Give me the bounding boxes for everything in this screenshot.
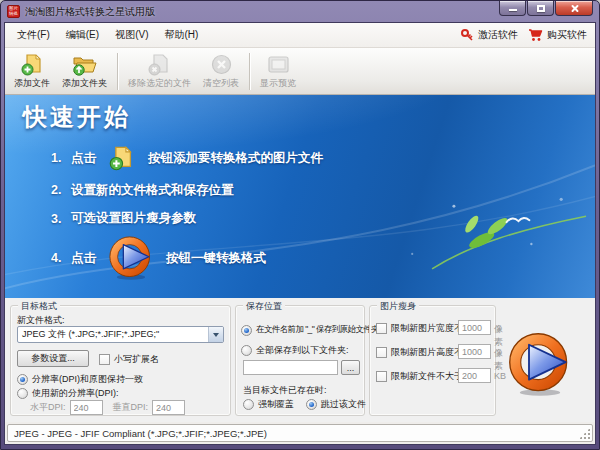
step-text: 按钮添加要转换格式的图片文件: [148, 150, 323, 167]
convert-icon: [108, 235, 154, 281]
convert-button[interactable]: [507, 331, 573, 397]
target-format-group: 目标格式 新文件格式: JPEG 文件 (*.JPG;*.JFIF;*.JPEG…: [10, 305, 231, 416]
browse-folder-button[interactable]: ...: [341, 360, 360, 375]
step-text: 设置新的文件格式和保存位置: [71, 182, 234, 199]
step-text: 点击: [71, 150, 96, 167]
params-button[interactable]: 参数设置...: [17, 350, 89, 367]
quickstart-step-3: 3. 可选设置图片瘦身参数: [51, 205, 595, 232]
show-preview-button[interactable]: 显示预览: [254, 50, 302, 93]
lowercase-ext-label[interactable]: 小写扩展名: [114, 353, 159, 366]
quickstart-step-2: 2. 设置新的文件格式和保存位置: [51, 175, 595, 205]
dpi-keep-radio[interactable]: [17, 374, 28, 385]
close-icon: [570, 4, 579, 13]
quickstart-title: 快速开始: [23, 101, 595, 133]
target-format-title: 目标格式: [18, 300, 60, 313]
step-text: 按钮一键转换格式: [166, 250, 266, 267]
quickstart-area: 快速开始 1. 点击 按钮添加要转换格式的图片文件 2.: [5, 95, 595, 298]
folder-path-input: [243, 360, 338, 375]
step-number: 2.: [51, 183, 71, 197]
window-controls: [498, 1, 593, 16]
cart-icon: [528, 29, 543, 42]
add-file-icon: [20, 52, 45, 77]
add-folder-label: 添加文件夹: [62, 77, 107, 90]
v-dpi-input: [152, 400, 185, 415]
client-area: 文件(F) 编辑(E) 视图(V) 帮助(H) 激活软件: [4, 22, 596, 445]
limit-height-input: [458, 344, 491, 359]
settings-panel: 目标格式 新文件格式: JPEG 文件 (*.JPG;*.JFIF;*.JPEG…: [5, 298, 595, 422]
buy-software-link[interactable]: 购买软件: [528, 28, 587, 42]
menubar-right: 激活软件 购买软件: [461, 28, 591, 42]
dpi-new-radio[interactable]: [17, 388, 28, 399]
window-title: 淘淘图片格式转换之星试用版: [25, 5, 155, 19]
v-dpi-label: 垂直DPI:: [113, 401, 149, 414]
quickstart-steps: 1. 点击 按钮添加要转换格式的图片文件 2. 设置新的文件格式和保存位置: [51, 141, 595, 284]
exists-label: 当目标文件已存在时:: [243, 384, 327, 397]
clear-list-label: 清空列表: [203, 77, 239, 90]
statusbar: JPEG - JPEG - JFIF Compliant (*.JPG;*.JF…: [5, 422, 595, 444]
remove-selected-button[interactable]: 移除选定的文件: [122, 50, 197, 93]
save-location-group: 保存位置 在文件名前加 "_" 保存到原始文件夹 全部保存到以下文件夹: ...…: [235, 305, 365, 416]
save-location-title: 保存位置: [243, 300, 285, 313]
add-folder-icon: [72, 52, 97, 77]
show-preview-icon: [266, 52, 291, 77]
step-number: 1.: [51, 151, 71, 165]
maximize-button[interactable]: [527, 1, 554, 16]
status-text: JPEG - JPEG - JFIF Compliant (*.JPG;*.JF…: [14, 428, 267, 439]
quickstart-step-1: 1. 点击 按钮添加要转换格式的图片文件: [51, 141, 595, 175]
menu-file[interactable]: 文件(F): [9, 25, 58, 45]
status-field: JPEG - JPEG - JFIF Compliant (*.JPG;*.JF…: [7, 424, 593, 442]
add-folder-button[interactable]: 添加文件夹: [56, 50, 113, 93]
chevron-down-icon[interactable]: [208, 327, 223, 342]
toolbar: 添加文件 添加文件夹 移除选定的文件: [5, 48, 595, 95]
limit-size-input: [458, 368, 491, 383]
remove-file-icon: [147, 52, 172, 77]
image-slim-group: 图片瘦身 限制新图片宽度不大于 像素 限制新图片高度不大于 像素 限制新文件不大…: [369, 305, 496, 416]
menu-view[interactable]: 视图(V): [107, 25, 156, 45]
skip-file-radio[interactable]: [306, 399, 317, 410]
limit-height-checkbox[interactable]: [376, 347, 387, 358]
save-folder-radio[interactable]: [241, 345, 252, 356]
overwrite-radio[interactable]: [243, 399, 254, 410]
app-icon: 图片 转换: [7, 5, 20, 18]
step-text: 可选设置图片瘦身参数: [71, 210, 196, 227]
add-file-button[interactable]: 添加文件: [8, 50, 56, 93]
toolbar-separator: [117, 53, 118, 90]
skip-file-label[interactable]: 跳过该文件: [321, 398, 366, 411]
menubar: 文件(F) 编辑(E) 视图(V) 帮助(H) 激活软件: [5, 23, 595, 48]
add-file-label: 添加文件: [14, 77, 50, 90]
save-prefix-radio[interactable]: [241, 325, 252, 336]
menu-help[interactable]: 帮助(H): [156, 25, 206, 45]
format-select-value: JPEG 文件 (*.JPG;*.JFIF;*.JPEG;": [18, 328, 208, 341]
quickstart-step-4: 4. 点击: [51, 232, 595, 284]
show-preview-label: 显示预览: [260, 77, 296, 90]
close-button[interactable]: [555, 1, 593, 16]
step-number: 3.: [51, 212, 71, 226]
toolbar-separator: [249, 53, 250, 90]
overwrite-label[interactable]: 强制覆盖: [258, 398, 294, 411]
image-slim-title: 图片瘦身: [377, 300, 419, 313]
activate-software-label: 激活软件: [478, 28, 518, 42]
clear-list-button[interactable]: 清空列表: [197, 50, 245, 93]
lowercase-ext-checkbox[interactable]: [99, 354, 110, 365]
dpi-keep-label[interactable]: 分辨率(DPI)和原图保持一致: [32, 373, 143, 386]
activate-software-link[interactable]: 激活软件: [461, 28, 518, 42]
remove-selected-label: 移除选定的文件: [128, 77, 191, 90]
format-select[interactable]: JPEG 文件 (*.JPG;*.JFIF;*.JPEG;": [17, 326, 224, 343]
clear-list-icon: [209, 52, 234, 77]
menu-edit[interactable]: 编辑(E): [58, 25, 107, 45]
minimize-icon: [509, 9, 517, 11]
resize-grip[interactable]: [579, 428, 590, 439]
app-window: 图片 转换 淘淘图片格式转换之星试用版 文件(F) 编辑(E) 视图(V) 帮助…: [0, 0, 600, 450]
minimize-button[interactable]: [499, 1, 526, 16]
save-folder-label[interactable]: 全部保存到以下文件夹:: [256, 344, 349, 357]
limit-size-unit: KB: [494, 371, 506, 381]
key-icon: [461, 29, 474, 42]
h-dpi-label: 水平DPI:: [30, 401, 66, 414]
limit-width-unit: 像素: [494, 323, 503, 349]
limit-size-checkbox[interactable]: [376, 371, 387, 382]
limit-width-checkbox[interactable]: [376, 323, 387, 334]
buy-software-label: 购买软件: [547, 28, 587, 42]
save-prefix-label[interactable]: 在文件名前加 "_" 保存到原始文件夹: [256, 324, 379, 336]
dpi-new-label[interactable]: 使用新的分辨率(DPI):: [32, 387, 119, 400]
step-text: 点击: [71, 250, 96, 267]
